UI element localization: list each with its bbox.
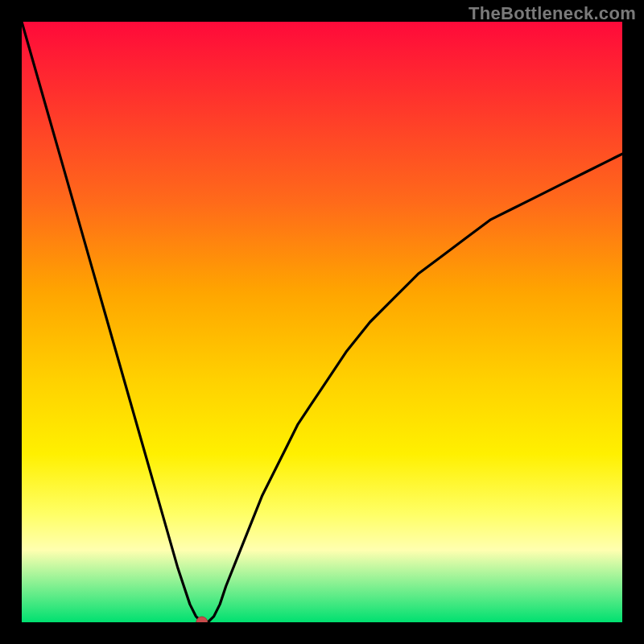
watermark-text: TheBottleneck.com: [469, 3, 636, 24]
chart-frame: TheBottleneck.com: [0, 0, 644, 644]
bottleneck-curve: [22, 22, 622, 622]
chart-overlay: [22, 22, 622, 622]
